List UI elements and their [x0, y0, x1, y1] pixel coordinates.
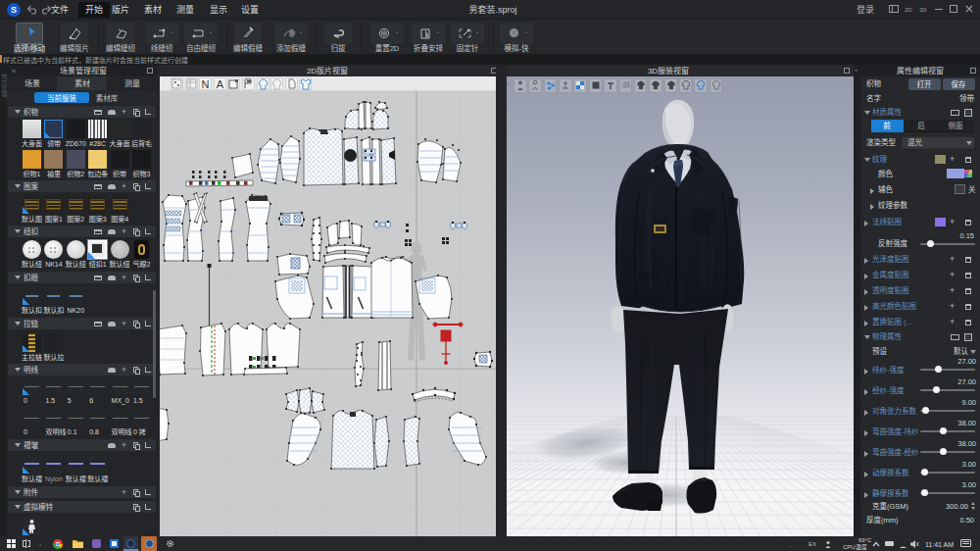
svg-text:A: A	[217, 78, 224, 90]
svg-text:N: N	[202, 78, 210, 90]
